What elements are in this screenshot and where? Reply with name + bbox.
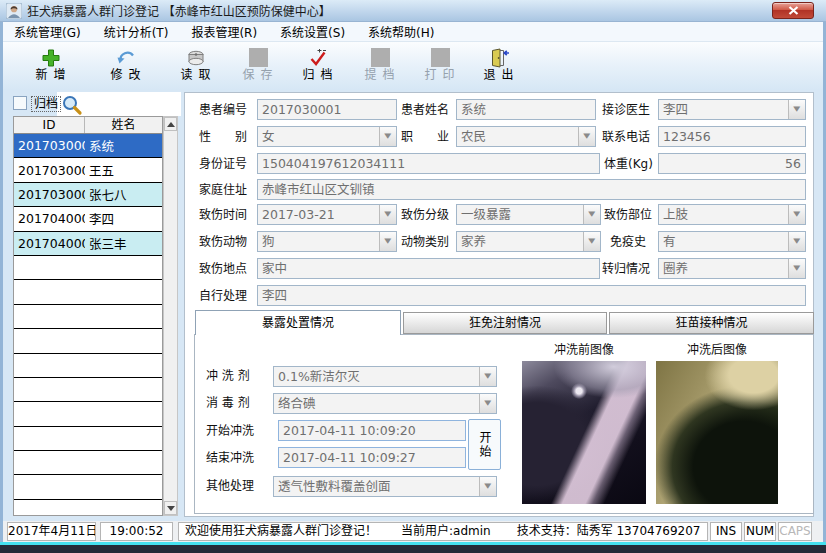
occupation-select[interactable]: 农民 xyxy=(456,126,596,147)
table-row-empty xyxy=(14,475,162,499)
immunity-history-select[interactable]: 有 xyxy=(658,231,806,252)
rinse-agent-select[interactable]: 0.1%新洁尔灭 xyxy=(273,366,497,387)
injury-time-select[interactable]: 2017-03-21 xyxy=(257,204,397,225)
table-row-empty xyxy=(14,427,162,451)
immunity-history-label: 免疫史 xyxy=(610,231,646,253)
app-icon xyxy=(6,3,22,19)
other-treatment-label: 其他处理 xyxy=(206,475,254,497)
before-wash-image-label: 冲洗前图像 xyxy=(522,339,646,361)
chevron-down-icon[interactable] xyxy=(379,205,396,224)
print-button: 打 印 xyxy=(412,47,468,86)
column-header-id[interactable]: ID xyxy=(14,117,85,133)
menu-system-management[interactable]: 系统管理(G) xyxy=(11,23,84,40)
close-button[interactable] xyxy=(772,2,814,19)
after-wash-image xyxy=(656,361,778,504)
read-button[interactable]: 读 取 xyxy=(168,47,224,86)
outcome-label: 转归情况 xyxy=(602,258,650,280)
column-header-name[interactable]: 姓名 xyxy=(85,117,162,133)
disinfectant-select[interactable]: 络合碘 xyxy=(273,393,497,414)
table-row[interactable]: 2017030001 系统 xyxy=(14,134,162,158)
chevron-down-icon[interactable] xyxy=(788,100,805,119)
menu-statistics[interactable]: 统计分析(T) xyxy=(101,23,172,40)
menu-reports[interactable]: 报表管理(R) xyxy=(188,23,260,40)
rinse-end-field[interactable]: 2017-04-11 10:09:27 xyxy=(278,447,466,468)
chevron-down-icon[interactable] xyxy=(578,127,595,146)
save-icon xyxy=(249,47,268,68)
archive-checkbox-label[interactable]: 归档 xyxy=(31,96,61,112)
table-header: ID 姓名 xyxy=(14,117,162,134)
chevron-down-icon[interactable] xyxy=(379,127,396,146)
window-title: 狂犬病暴露人群门诊登记 【赤峰市红山区预防保健中心】 xyxy=(27,2,331,19)
phone-field[interactable]: 123456 xyxy=(658,126,806,147)
chevron-down-icon[interactable] xyxy=(479,394,496,413)
chevron-down-icon[interactable] xyxy=(479,367,496,386)
chevron-down-icon[interactable] xyxy=(788,232,805,251)
add-icon xyxy=(41,47,61,68)
patient-id-field[interactable]: 2017030001 xyxy=(257,99,397,120)
tab-immunoglobulin-injection[interactable]: 狂免注射情况 xyxy=(403,312,607,334)
injury-place-label: 致伤地点 xyxy=(199,258,247,280)
chevron-down-icon[interactable] xyxy=(788,259,805,278)
menu-bar: 系统管理(G) 统计分析(T) 报表管理(R) 系统设置(S) 系统帮助(H) xyxy=(3,22,823,42)
table-row-empty xyxy=(14,354,162,378)
menu-help[interactable]: 系统帮助(H) xyxy=(365,23,437,40)
table-row[interactable]: 2017030007 张七八 xyxy=(14,183,162,207)
archive-checkbox[interactable] xyxy=(13,96,27,110)
weight-field[interactable]: 56 xyxy=(658,153,806,174)
patient-id-label: 患者编号 xyxy=(199,99,247,121)
arrow-down-icon xyxy=(167,506,175,511)
chevron-down-icon[interactable] xyxy=(788,205,805,224)
search-icon xyxy=(61,94,83,116)
table-row-empty xyxy=(14,451,162,475)
table-row[interactable]: 2017040002 李四 xyxy=(14,207,162,231)
address-field[interactable]: 赤峰市红山区文钏镇 xyxy=(257,179,806,200)
tab-exposure-treatment[interactable]: 暴露处置情况 xyxy=(195,310,401,335)
gender-label: 性 别 xyxy=(199,126,247,148)
archive-button[interactable]: 归 档 xyxy=(290,47,346,86)
chevron-down-icon[interactable] xyxy=(583,232,600,251)
animal-category-select[interactable]: 家养 xyxy=(456,231,601,252)
table-row-empty xyxy=(14,500,162,516)
injury-time-label: 致伤时间 xyxy=(199,204,247,226)
chevron-down-icon[interactable] xyxy=(583,205,600,224)
exit-button[interactable]: 退 出 xyxy=(471,47,527,86)
id-number-field[interactable]: 150404197612034111 xyxy=(257,153,600,174)
injury-grade-select[interactable]: 一级暴露 xyxy=(456,204,601,225)
occupation-label: 职 业 xyxy=(401,126,449,148)
table-scrollbar[interactable] xyxy=(163,116,178,516)
gender-select[interactable]: 女 xyxy=(257,126,397,147)
search-button[interactable] xyxy=(60,93,83,116)
status-num-indicator: NUM xyxy=(744,522,776,541)
self-treatment-field[interactable]: 李四 xyxy=(257,285,806,306)
injury-site-select[interactable]: 上肢 xyxy=(658,204,806,225)
injury-place-field[interactable]: 家中 xyxy=(257,258,600,279)
status-date: 2017年4月11日 xyxy=(7,522,96,541)
status-time: 19:00:52 xyxy=(100,522,173,541)
outcome-select[interactable]: 圈养 xyxy=(658,258,806,279)
window-bottom-border xyxy=(0,545,826,553)
arrow-up-icon xyxy=(167,122,175,127)
add-button[interactable]: 新 增 xyxy=(23,47,79,86)
tab-vaccine-inoculation[interactable]: 狂苗接种情况 xyxy=(609,312,814,334)
other-treatment-select[interactable]: 透气性敷料覆盖创面 xyxy=(273,476,497,497)
save-button: 保 存 xyxy=(230,47,286,86)
chevron-down-icon[interactable] xyxy=(479,477,496,496)
status-support: 技术支持：陆秀军 13704769207 xyxy=(517,523,701,540)
scroll-up-button[interactable] xyxy=(164,117,177,131)
patient-name-field[interactable]: 系统 xyxy=(456,99,596,120)
edit-button[interactable]: 修 改 xyxy=(98,47,154,86)
table-row[interactable]: 2017040003 张三丰 xyxy=(14,232,162,256)
read-icon xyxy=(186,47,206,68)
chevron-down-icon[interactable] xyxy=(379,232,396,251)
table-row-empty xyxy=(14,280,162,304)
injury-animal-select[interactable]: 狗 xyxy=(257,231,397,252)
menu-settings[interactable]: 系统设置(S) xyxy=(277,23,348,40)
injury-site-label: 致伤部位 xyxy=(604,204,652,226)
scroll-down-button[interactable] xyxy=(164,501,177,515)
table-row[interactable]: 2017030004 王五 xyxy=(14,158,162,182)
table-row-empty xyxy=(14,402,162,426)
doctor-select[interactable]: 李四 xyxy=(658,99,806,120)
start-rinse-button[interactable]: 开始 xyxy=(468,419,501,470)
status-welcome-text: 欢迎使用狂犬病暴露人群门诊登记！ xyxy=(185,523,377,540)
rinse-start-field[interactable]: 2017-04-11 10:09:20 xyxy=(278,420,466,441)
